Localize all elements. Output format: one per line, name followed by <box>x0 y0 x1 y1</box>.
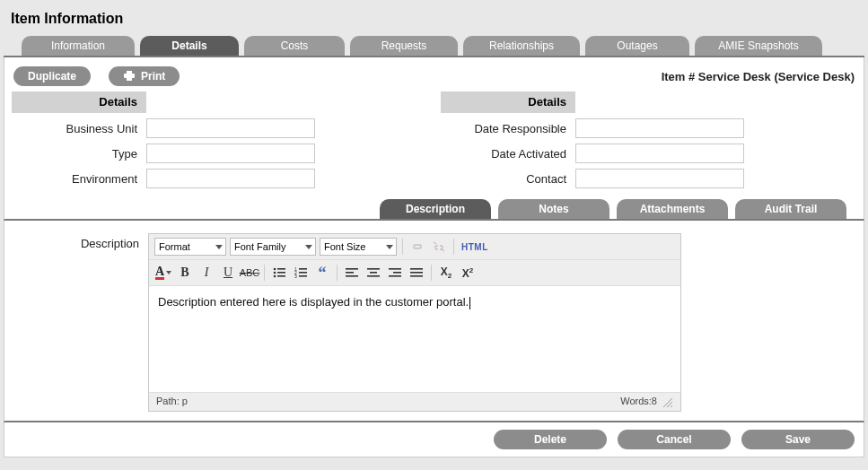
tab-outages[interactable]: Outages <box>585 36 689 56</box>
tab-relationships[interactable]: Relationships <box>463 36 580 56</box>
font-family-label: Font Family <box>234 241 285 252</box>
type-label: Type <box>12 147 146 161</box>
tab-requests[interactable]: Requests <box>350 36 458 56</box>
environment-field[interactable] <box>146 169 315 188</box>
contact-field[interactable] <box>575 169 744 188</box>
svg-rect-28 <box>410 275 423 277</box>
link-icon[interactable] <box>408 238 426 256</box>
svg-point-7 <box>274 272 276 274</box>
subscript-icon[interactable]: X2 <box>437 264 455 282</box>
tab-information[interactable]: Information <box>22 36 135 56</box>
svg-rect-17 <box>346 268 358 270</box>
rich-text-editor: Format Font Family Font Size HTML A B I … <box>148 233 681 412</box>
svg-rect-23 <box>389 268 401 270</box>
svg-rect-27 <box>410 272 423 274</box>
subtab-audit-trail[interactable]: Audit Trail <box>735 199 846 219</box>
type-field[interactable] <box>146 144 315 163</box>
font-size-select[interactable]: Font Size <box>320 238 397 256</box>
word-count: Words:8 <box>620 396 657 408</box>
separator <box>431 265 432 281</box>
svg-text:3: 3 <box>294 274 297 278</box>
print-button[interactable]: Print <box>109 66 180 86</box>
page-title: Item Information <box>4 5 864 36</box>
svg-rect-16 <box>299 275 307 277</box>
svg-rect-14 <box>299 272 307 274</box>
svg-rect-18 <box>346 272 354 274</box>
item-header: Item # Service Desk (Service Desk) <box>662 70 855 83</box>
bold-icon[interactable]: B <box>176 264 194 282</box>
resize-handle-icon[interactable] <box>661 396 673 408</box>
editor-toolbar-1: Format Font Family Font Size HTML <box>149 234 680 260</box>
separator <box>453 239 454 255</box>
text-cursor <box>469 297 470 309</box>
font-family-select[interactable]: Font Family <box>230 238 316 256</box>
html-button[interactable]: HTML <box>460 242 490 252</box>
svg-point-5 <box>274 268 276 271</box>
business-unit-label: Business Unit <box>12 122 146 135</box>
right-details-heading: Details <box>441 91 575 113</box>
svg-rect-26 <box>410 268 423 270</box>
editor-toolbar-2: A B I U ABC 123 “ X2 X2 <box>149 260 680 286</box>
bullet-list-icon[interactable] <box>270 264 288 282</box>
blockquote-icon[interactable]: “ <box>313 264 331 282</box>
subtab-notes[interactable]: Notes <box>498 199 609 219</box>
contact-label: Contact <box>441 172 575 186</box>
svg-rect-2 <box>127 77 132 81</box>
date-activated-field[interactable] <box>575 144 744 163</box>
svg-rect-12 <box>299 268 307 270</box>
sub-tabs: Description Notes Attachments Audit Trai… <box>4 199 864 221</box>
align-center-icon[interactable] <box>364 264 382 282</box>
unlink-icon[interactable] <box>430 238 448 256</box>
date-activated-label: Date Activated <box>441 147 575 161</box>
editor-content[interactable]: Description entered here is displayed in… <box>149 286 680 392</box>
separator <box>337 265 338 281</box>
subtab-attachments[interactable]: Attachments <box>617 199 728 219</box>
tab-details[interactable]: Details <box>140 36 239 56</box>
svg-rect-10 <box>277 275 285 277</box>
align-justify-icon[interactable] <box>408 264 425 282</box>
environment-label: Environment <box>12 172 146 186</box>
text-color-icon[interactable]: A <box>154 264 172 282</box>
svg-rect-21 <box>370 272 377 274</box>
cancel-button[interactable]: Cancel <box>618 430 731 449</box>
svg-rect-19 <box>346 275 358 277</box>
left-details-heading: Details <box>12 91 146 113</box>
delete-button[interactable]: Delete <box>494 430 607 449</box>
svg-rect-25 <box>389 275 401 277</box>
main-tabs: Information Details Costs Requests Relat… <box>4 36 864 57</box>
print-label: Print <box>141 66 165 86</box>
format-select[interactable]: Format <box>154 238 226 256</box>
align-left-icon[interactable] <box>343 264 361 282</box>
underline-icon[interactable]: U <box>219 264 237 282</box>
italic-icon[interactable]: I <box>197 264 215 282</box>
svg-point-9 <box>274 275 276 278</box>
font-size-label: Font Size <box>324 241 365 252</box>
superscript-icon[interactable]: X2 <box>459 264 477 282</box>
numbered-list-icon[interactable]: 123 <box>292 264 310 282</box>
svg-rect-20 <box>367 268 380 270</box>
date-responsible-label: Date Responsible <box>441 122 575 135</box>
format-label: Format <box>159 241 190 252</box>
svg-line-4 <box>442 249 444 251</box>
svg-rect-8 <box>277 272 285 274</box>
tab-costs[interactable]: Costs <box>244 36 345 56</box>
subtab-description[interactable]: Description <box>380 199 491 219</box>
business-unit-field[interactable] <box>146 118 315 138</box>
print-icon <box>123 71 136 82</box>
tab-amie-snapshots[interactable]: AMIE Snapshots <box>695 36 822 56</box>
strikethrough-icon[interactable]: ABC <box>241 264 259 282</box>
svg-rect-22 <box>367 275 380 277</box>
separator <box>264 265 265 281</box>
separator <box>402 239 403 255</box>
svg-rect-24 <box>393 272 401 274</box>
align-right-icon[interactable] <box>386 264 404 282</box>
svg-rect-6 <box>277 268 285 270</box>
svg-line-31 <box>671 405 672 407</box>
save-button[interactable]: Save <box>741 430 855 449</box>
svg-rect-1 <box>127 71 132 74</box>
description-label: Description <box>13 233 148 412</box>
editor-path: Path: p <box>156 396 188 408</box>
duplicate-button[interactable]: Duplicate <box>13 66 91 86</box>
svg-line-3 <box>434 242 436 244</box>
date-responsible-field[interactable] <box>575 118 744 138</box>
